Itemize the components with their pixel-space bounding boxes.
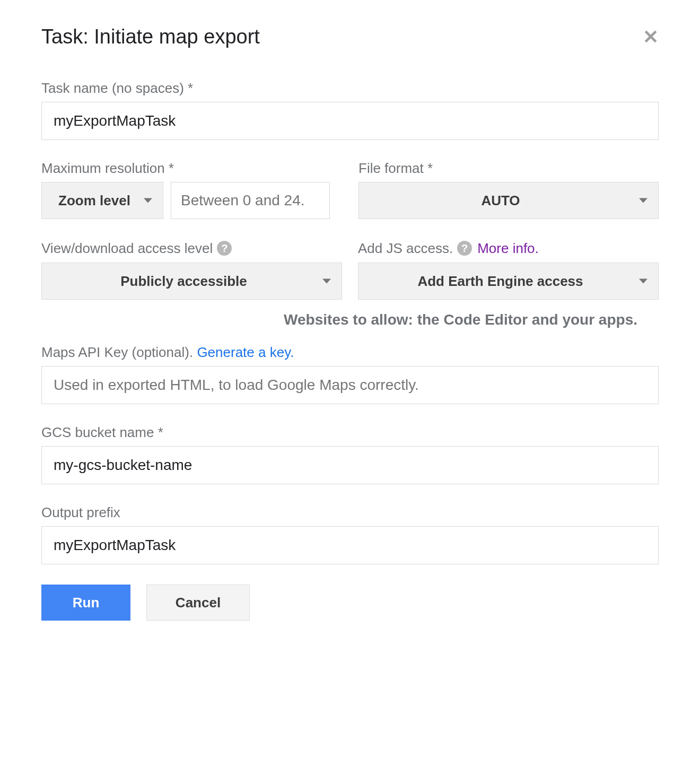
task-name-label: Task name (no spaces) * [41,80,659,97]
caret-down-icon [639,198,648,203]
help-icon[interactable]: ? [457,241,472,256]
zoom-level-select-value: Zoom level [58,193,130,209]
zoom-level-select[interactable]: Zoom level [41,182,163,219]
max-resolution-label: Maximum resolution * [41,160,344,177]
caret-down-icon [144,198,152,203]
view-access-select-value: Publicly accessible [120,273,247,290]
api-key-label: Maps API Key (optional). [41,344,197,360]
view-access-label: View/download access level [41,240,213,257]
js-access-label: Add JS access. [358,240,453,257]
output-prefix-input[interactable] [41,526,659,564]
help-icon[interactable]: ? [217,241,232,256]
caret-down-icon [322,279,331,284]
dialog-title: Task: Initiate map export [41,25,260,48]
js-access-select-value: Add Earth Engine access [417,273,583,290]
file-format-select-value: AUTO [481,193,520,209]
file-format-label: File format * [358,160,659,177]
websites-helper-text: Websites to allow: the Code Editor and y… [41,311,659,328]
more-info-link[interactable]: More info. [477,240,539,257]
view-access-select[interactable]: Publicly accessible [41,263,342,300]
task-name-input[interactable] [41,102,659,140]
max-resolution-input[interactable] [171,182,330,219]
file-format-select[interactable]: AUTO [358,182,659,219]
run-button[interactable]: Run [41,585,130,621]
bucket-name-label: GCS bucket name * [41,424,659,441]
cancel-button[interactable]: Cancel [146,585,250,621]
close-icon[interactable]: ✕ [643,28,659,47]
bucket-name-input[interactable] [41,446,659,484]
caret-down-icon [639,279,648,284]
generate-key-link[interactable]: Generate a key. [197,344,294,360]
api-key-input[interactable] [41,366,659,404]
js-access-select[interactable]: Add Earth Engine access [358,263,659,300]
output-prefix-label: Output prefix [41,504,659,521]
